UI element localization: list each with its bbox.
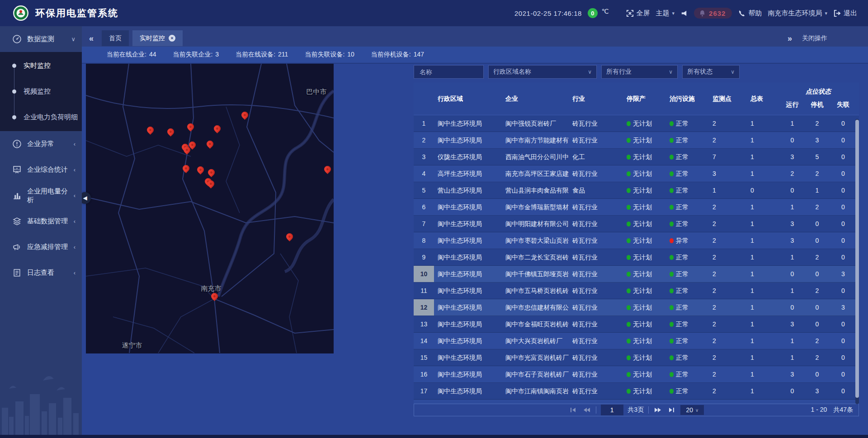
map-panel[interactable]: 巴中市南充市遂宁市 (86, 64, 334, 353)
cell-stopped: 0 (805, 266, 830, 282)
cell-pollution-facility: 正常 (666, 149, 709, 165)
cell-stopped: 0 (805, 232, 830, 249)
sidebar-item-realtime-monitoring[interactable]: 实时监控 (0, 53, 82, 79)
cell-total-meter: 1 (746, 266, 780, 282)
table-row[interactable]: 8阆中生态环境局阆中市枣碧大梁山页岩砖瓦行业无计划异常21300 (414, 232, 859, 249)
sidebar-item-company-abnormal[interactable]: 企业异常 ‹ (0, 131, 82, 157)
sidebar-item-video-monitoring[interactable]: 视频监控 (0, 79, 82, 104)
table-row[interactable]: 5营山生态环境局营山县润丰肉食品有限食品无计划正常10010 (414, 182, 859, 199)
table-row[interactable]: 16阆中生态环境局阆中市石子页岩机砖厂砖瓦行业无计划正常21300 (414, 366, 859, 383)
prev-page-button[interactable] (582, 406, 591, 414)
table-row[interactable]: 15阆中生态环境局阆中市光富页岩机砖厂砖瓦行业无计划正常21120 (414, 349, 859, 366)
alarm-counter[interactable]: 2632 (694, 8, 732, 19)
cell-stop-production: 无计划 (623, 349, 666, 366)
sidebar-item-label: 日志查看 (27, 268, 74, 277)
table-row[interactable]: 13阆中生态环境局阆中市金福旺页岩机砖砖瓦行业无计划正常21300 (414, 316, 859, 333)
stat-value: 3 (215, 51, 219, 59)
cell-stop-production: 无计划 (623, 383, 666, 399)
sidebar-item-log-view[interactable]: 日志查看 ‹ (0, 260, 82, 286)
page-size-select[interactable]: 20 ∨ (680, 405, 704, 415)
cell-total-meter: 1 (746, 115, 780, 132)
page-number-input[interactable] (601, 405, 623, 415)
cell-stopped: 2 (805, 349, 830, 366)
org-dropdown[interactable]: 南充市生态环境局 ▾ (768, 9, 827, 18)
sidebar-item-power-analysis[interactable]: 企业用电量分析 ‹ (0, 183, 82, 208)
table-row[interactable]: 6阆中生态环境局阆中市金博瑞新型墙材砖瓦行业无计划正常21120 (414, 199, 859, 216)
table-row[interactable]: 11阆中生态环境局阆中市五马桥页岩机砖砖瓦行业无计划正常21120 (414, 283, 859, 299)
cell-region: 营山生态环境局 (434, 182, 502, 198)
sidebar-item-company-statistics[interactable]: 企业综合统计 ‹ (0, 157, 82, 183)
cell-region: 阆中生态环境局 (434, 366, 502, 382)
status-dot-icon (627, 272, 631, 277)
sound-toggle[interactable] (680, 9, 688, 17)
cell-stop-production: 无计划 (623, 283, 666, 299)
table-row[interactable]: 17阆中生态环境局阆中市江南镇阆南页岩砖瓦行业无计划正常21030 (414, 383, 859, 400)
industry-filter-select[interactable]: 所有行业 ∨ (601, 65, 678, 79)
tabs-scroll-left-button[interactable]: « (85, 32, 98, 45)
status-text: 正常 (676, 383, 689, 399)
last-page-button[interactable] (667, 406, 676, 414)
name-filter-input[interactable] (419, 68, 479, 76)
tab-bar: « 首页 实时监控 × » 关闭操作 (82, 26, 868, 47)
stat-value: 44 (149, 51, 156, 59)
row-index: 7 (414, 216, 434, 232)
cell-total-meter: 1 (746, 249, 780, 265)
next-page-button[interactable] (653, 406, 662, 414)
status-filter-select[interactable]: 所有状态 ∨ (682, 65, 740, 79)
cell-pollution-facility: 正常 (666, 115, 709, 132)
help-button[interactable]: 帮助 (738, 9, 762, 18)
theme-dropdown[interactable]: 主题 ▾ (656, 9, 675, 18)
sidebar-item-power-load-detail[interactable]: 企业电力负荷明细 (0, 104, 82, 130)
status-dot-icon (627, 121, 631, 126)
status-text: 无计划 (633, 299, 652, 316)
cell-stopped: 0 (805, 366, 830, 382)
table-row[interactable]: 12阆中生态环境局阆中市忠信建材有限公砖瓦行业无计划正常21003 (414, 299, 859, 316)
first-page-button[interactable] (569, 406, 578, 414)
status-text: 无计划 (633, 383, 652, 399)
stat-offline-companies: 当前失联企业: 3 (173, 51, 219, 59)
header-monitor-points: 监测点 (709, 82, 746, 115)
cell-stopped: 2 (805, 199, 830, 215)
table-row[interactable]: 2阆中生态环境局阆中市南方节能建材有砖瓦行业无计划正常21030 (414, 132, 859, 149)
cell-monitor-points: 1 (709, 182, 746, 198)
cell-pollution-facility: 正常 (666, 283, 709, 299)
sidebar-item-data-monitoring[interactable]: 数据监测 ∨ (0, 26, 82, 52)
table-row[interactable]: 4高坪生态环境局南充市高坪区王家店建砖瓦行业无计划正常31220 (414, 165, 859, 182)
table-row[interactable]: 1阆中生态环境局阆中强锐页岩砖厂砖瓦行业无计划正常21120 (414, 115, 859, 132)
region-filter-select[interactable]: 行政区域名称 ∨ (488, 65, 597, 79)
tabs-scroll-right-button[interactable]: » (783, 32, 797, 45)
name-filter-field[interactable] (414, 65, 484, 79)
status-text: 正常 (676, 316, 689, 332)
table-row[interactable]: 14阆中生态环境局阆中大兴页岩机砖厂砖瓦行业无计划正常21120 (414, 333, 859, 349)
table-row[interactable]: 3仪陇生态环境局西南油气田分公司川中化工无计划正常71350 (414, 149, 859, 165)
sidebar-item-emergency-reduction[interactable]: 应急减排管理 ‹ (0, 234, 82, 260)
table-scrollbar[interactable] (855, 119, 859, 404)
tab-home[interactable]: 首页 (102, 30, 129, 46)
sidebar-item-label: 企业异常 (27, 140, 74, 148)
sidebar-item-base-data[interactable]: 基础数据管理 ‹ (0, 208, 82, 234)
cell-region: 阆中生态环境局 (434, 115, 502, 132)
status-dot-icon (670, 171, 674, 176)
status-dot-icon (670, 355, 674, 360)
table-row[interactable]: 7阆中生态环境局阆中明阳建材有限公司砖瓦行业无计划正常21300 (414, 216, 859, 232)
scrollbar-thumb[interactable] (855, 120, 859, 398)
status-dot-icon (670, 255, 674, 260)
fullscreen-button[interactable]: 全屏 (626, 9, 650, 18)
row-index: 17 (414, 383, 434, 399)
cell-running: 1 (780, 199, 805, 215)
tab-realtime-monitoring[interactable]: 实时监控 × (132, 30, 183, 46)
table-row[interactable]: 9阆中生态环境局阆中市二龙长宝页岩砖砖瓦行业无计划正常21120 (414, 249, 859, 266)
close-operations-button[interactable]: 关闭操作 (802, 34, 827, 42)
table-rows: 1阆中生态环境局阆中强锐页岩砖厂砖瓦行业无计划正常211202阆中生态环境局阆中… (414, 115, 859, 404)
status-text: 正常 (676, 149, 689, 165)
logout-button[interactable]: 退出 (833, 9, 857, 18)
status-dot-icon (670, 238, 674, 243)
cell-running: 3 (780, 232, 805, 249)
cell-lost: 0 (830, 283, 857, 299)
cell-company: 南部县新华水泥有限公 (502, 400, 569, 404)
close-icon[interactable]: × (169, 35, 175, 42)
cell-stop-production: 无计划 (623, 149, 666, 165)
table-row[interactable]: 10阆中生态环境局阆中千佛镇五郎垭页岩砖瓦行业无计划正常21003 (414, 266, 859, 283)
table-row[interactable]: 18南部生态环境局南部县新华水泥有限公建材行业无计划正常60050 (414, 400, 859, 404)
status-text: 无计划 (633, 249, 652, 265)
